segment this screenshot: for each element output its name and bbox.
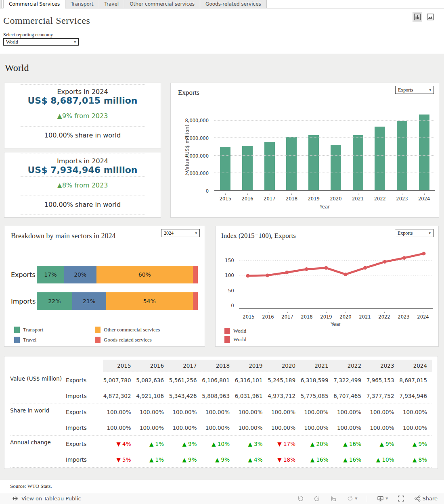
bar-x-tick-label: 2018: [281, 194, 303, 202]
stack-row-label: Imports: [11, 298, 36, 305]
exports-measure-select[interactable]: Exports ▾: [395, 86, 434, 94]
segment-travel[interactable]: 21%: [72, 292, 106, 310]
tab-goods-related-services[interactable]: Goods-related services: [200, 0, 267, 8]
year-header: 2022: [333, 360, 367, 372]
exports-bar-chart-panel: Exports Exports ▾ Value (US$ million) 02…: [170, 83, 439, 218]
bar-2015[interactable]: [220, 147, 230, 190]
tab-transport[interactable]: Transport: [65, 0, 99, 8]
table-cell: 100.00%: [399, 425, 432, 431]
group-label: Value (US$ million): [10, 375, 62, 382]
segment-goods-related-services[interactable]: [193, 266, 198, 283]
segment-transport[interactable]: 22%: [37, 292, 72, 310]
line-marker: [383, 260, 387, 264]
table-cell: 100.00%: [136, 425, 169, 431]
line-x-tick-label: 2019: [316, 312, 336, 320]
bar-2017[interactable]: [264, 142, 275, 190]
reporting-economy-select[interactable]: World ▾: [3, 38, 79, 46]
segment-transport[interactable]: 17%: [37, 266, 64, 283]
table-cell: 5,775,085: [300, 393, 333, 399]
undo-icon[interactable]: [297, 495, 304, 502]
line-marker: [246, 274, 250, 278]
bar-2016[interactable]: [242, 146, 253, 190]
bar-2022[interactable]: [375, 127, 385, 190]
table-cell-change: ▲ 10%: [366, 456, 399, 463]
exports-chart-title: Exports: [178, 89, 199, 97]
year-header: 2023: [366, 360, 399, 372]
sheet-tab-bar: Commercial Services Transport Travel Oth…: [0, 0, 444, 8]
line-y-tick-label: 100: [225, 273, 234, 278]
table-cell: 6,707,465: [333, 393, 367, 399]
gridline: [214, 173, 435, 173]
bar-2019[interactable]: [308, 135, 319, 190]
tab-other-commercial-services[interactable]: Other commercial services: [124, 0, 200, 8]
line-marker: [305, 267, 308, 271]
legend-item: Other commercial services: [95, 325, 192, 334]
page-title: Commercial Services: [3, 15, 90, 26]
segment-goods-related-services[interactable]: [193, 292, 198, 310]
table-cell-change: ▲ 16%: [333, 456, 367, 463]
bar-x-tick-label: 2023: [391, 194, 413, 202]
bar-x-tick-label: 2024: [413, 194, 435, 202]
exports-kpi-change: ▲9% from 2023: [4, 112, 161, 120]
fullscreen-icon[interactable]: [398, 495, 404, 502]
table-cell: 100.00%: [268, 425, 301, 431]
line-x-tick-label: 2021: [355, 312, 375, 320]
bar-2021[interactable]: [353, 135, 363, 190]
bar-chart-view-icon[interactable]: [413, 12, 422, 22]
share-button[interactable]: Share: [414, 495, 438, 502]
table-cell: 6,316,101: [235, 377, 268, 383]
segment-travel[interactable]: 20%: [64, 266, 96, 283]
replay-icon[interactable]: [330, 495, 337, 502]
index-line-svg: [239, 246, 433, 312]
breakdown-title: Breakdown by main sectors in 2024: [11, 232, 115, 240]
stacked-bar: 17%20%60%: [37, 266, 198, 283]
segment-other-commercial-services[interactable]: 60%: [96, 266, 193, 283]
image-view-icon[interactable]: [425, 12, 435, 22]
bar-2020[interactable]: [331, 145, 341, 190]
tab-commercial-services[interactable]: Commercial Services: [3, 0, 65, 8]
segment-other-commercial-services[interactable]: 54%: [106, 292, 193, 310]
data-table-panel: 2015201620172018201920202021202220232024…: [4, 356, 438, 469]
table-cell-change: ▲ 9%: [202, 456, 235, 463]
bar-2024[interactable]: [419, 115, 429, 190]
bar-2023[interactable]: [397, 121, 407, 190]
imports-kpi-title: Imports in 2024: [4, 157, 161, 165]
table-cell-change: ▲ 10%: [202, 441, 235, 447]
table-cell: 100.00%: [399, 409, 432, 415]
year-header: 2017: [169, 360, 202, 372]
table-cell: 5,245,189: [268, 377, 301, 383]
redo-icon[interactable]: [314, 495, 320, 502]
legend-label: World: [233, 336, 246, 343]
row-label: Exports: [66, 377, 103, 383]
index-measure-select[interactable]: Exports ▾: [395, 229, 434, 237]
table-cell: 4,973,712: [268, 393, 301, 399]
table-row: Exports5,007,7805,082,6365,561,2566,106,…: [10, 372, 432, 388]
bar-2018[interactable]: [286, 137, 297, 190]
bar-plot-area: [214, 108, 435, 191]
tableau-public-link[interactable]: View on Tableau Public: [12, 496, 81, 502]
table-row: Imports100.00%100.00%100.00%100.00%100.0…: [10, 420, 432, 435]
table-cell: 100.00%: [268, 409, 301, 415]
line-marker: [363, 266, 367, 270]
chevron-down-icon: ▾: [429, 231, 431, 235]
refresh-icon[interactable]: ▼: [347, 495, 357, 502]
row-label: Exports: [66, 441, 103, 447]
table-cell-change: ▲ 20%: [300, 441, 333, 447]
legend-swatch: [95, 337, 101, 343]
table-cell-change: ▲ 9%: [366, 441, 399, 447]
imports-kpi-card: Imports in 2024 US$ 7,934,946 million ▲8…: [4, 152, 161, 218]
breakdown-year-select[interactable]: 2024 ▾: [161, 229, 200, 237]
bar-slot: [369, 108, 391, 190]
year-header: 2018: [202, 360, 235, 372]
line-marker: [324, 266, 328, 270]
table-cell: 100.00%: [202, 409, 235, 415]
tab-travel[interactable]: Travel: [99, 0, 125, 8]
download-icon[interactable]: ▼: [377, 495, 388, 502]
table-cell: 100.00%: [366, 425, 399, 431]
legend-swatch: [14, 327, 20, 333]
legend-label: World: [233, 328, 246, 334]
chevron-down-icon: ▼: [385, 497, 388, 500]
table-group: Share in worldExports100.00%100.00%100.0…: [10, 404, 432, 435]
exports-kpi-title: Exports in 2024: [4, 88, 161, 96]
line-x-axis-title: Year: [239, 321, 433, 327]
